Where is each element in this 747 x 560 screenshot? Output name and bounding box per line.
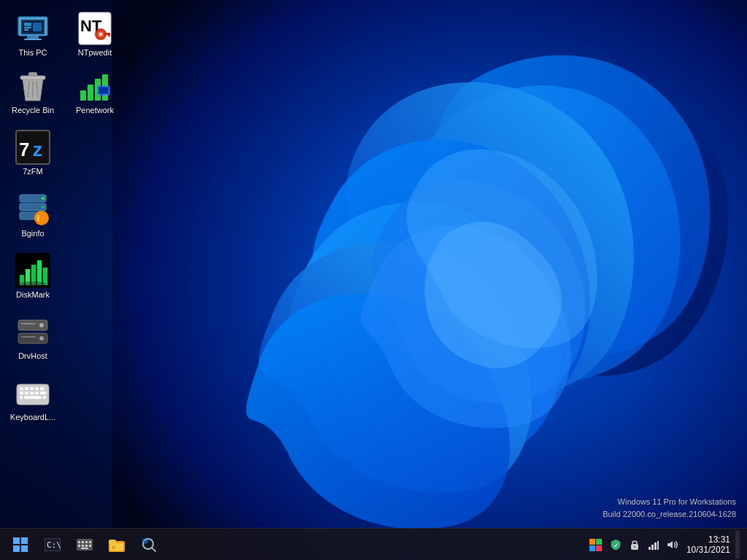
desktop-icon-ntpwedit[interactable]: NT NTpwedit: [66, 7, 124, 61]
svg-text:C:\>: C:\>: [47, 540, 61, 550]
svg-rect-8: [24, 29, 28, 31]
touch-keyboard-icon: [77, 539, 93, 551]
bginfo-icon: i: [15, 192, 50, 227]
keyboardl-icon-img: [15, 376, 50, 411]
tray-volume-icon[interactable]: [664, 534, 681, 556]
svg-text:i: i: [37, 214, 39, 222]
svg-line-91: [152, 548, 155, 551]
desktop-icons: This PC NT NTp: [4, 7, 124, 426]
svg-point-94: [633, 545, 635, 548]
svg-point-48: [20, 281, 46, 286]
recycle-bin-icon-img: [15, 69, 50, 104]
svg-rect-98: [657, 541, 659, 550]
svg-text:7: 7: [19, 139, 29, 160]
windows-logo-icon: [12, 537, 28, 553]
svg-rect-59: [35, 387, 39, 390]
diskmark-label: DiskMark: [16, 290, 50, 300]
svg-rect-28: [99, 88, 108, 93]
svg-rect-24: [88, 85, 93, 101]
file-explorer-icon: ≡: [109, 537, 125, 552]
svg-rect-9: [33, 23, 42, 31]
keyboardl-label: KeyboardL...: [10, 413, 55, 422]
lock-icon: [630, 539, 640, 551]
svg-rect-54: [21, 336, 36, 338]
svg-rect-80: [78, 545, 80, 547]
shield-icon: ✓: [610, 539, 622, 551]
svg-rect-82: [85, 545, 88, 547]
recycle-bin-icon: [15, 69, 50, 104]
tray-notification-button[interactable]: [735, 531, 740, 559]
network-icon: [648, 539, 659, 551]
svg-rect-61: [20, 392, 23, 394]
start-button[interactable]: [6, 531, 35, 559]
clock-area[interactable]: 13:31 10/31/2021: [683, 534, 734, 555]
svg-rect-7: [24, 27, 31, 28]
svg-rect-71: [13, 545, 20, 552]
svg-rect-23: [80, 90, 86, 101]
svg-rect-69: [13, 537, 20, 544]
svg-rect-4: [24, 39, 42, 40]
svg-rect-56: [20, 387, 23, 390]
drvhost-icon: [15, 314, 50, 349]
desktop-icon-diskmark[interactable]: DiskMark: [4, 249, 62, 303]
7zfm-label: 7zFM: [23, 167, 43, 176]
desktop-icon-7zfm[interactable]: 7 z 7zFM: [4, 126, 62, 180]
svg-rect-14: [108, 33, 110, 36]
svg-rect-81: [82, 545, 84, 547]
svg-point-53: [39, 336, 44, 341]
svg-point-37: [42, 197, 44, 200]
penetwork-icon: [77, 69, 112, 104]
clock-date: 10/31/2021: [686, 545, 730, 555]
svg-rect-78: [85, 541, 88, 543]
desktop-icon-keyboardl[interactable]: KeyboardL...: [4, 372, 62, 426]
svg-text:✓: ✓: [614, 542, 619, 549]
svg-rect-58: [30, 387, 34, 390]
svg-rect-83: [89, 545, 91, 547]
desktop-icon-recycle-bin[interactable]: Recycle Bin: [4, 65, 62, 119]
svg-rect-57: [25, 387, 28, 390]
desktop-icon-penetwork[interactable]: Penetwork: [66, 65, 124, 119]
os-info-line2: Build 22000.co_release.210604-1628: [603, 508, 736, 521]
svg-rect-51: [21, 323, 36, 324]
diskmark-icon: [15, 253, 50, 288]
svg-rect-90: [142, 538, 148, 544]
desktop-icon-bginfo[interactable]: i Bginfo: [4, 188, 62, 242]
svg-rect-96: [651, 545, 654, 550]
os-info-line1: Windows 11 Pro for Workstations: [603, 496, 736, 508]
wallpaper: [112, 0, 747, 560]
desktop-icon-this-pc[interactable]: This PC: [4, 7, 62, 61]
svg-marker-99: [667, 541, 673, 548]
7zfm-icon-img: 7 z: [15, 130, 50, 165]
ntpwedit-icon: NT: [77, 11, 112, 46]
svg-point-50: [39, 323, 44, 327]
taskbar: C:\>: [0, 528, 747, 560]
svg-rect-3: [27, 36, 39, 39]
touch-keyboard-button[interactable]: [70, 531, 99, 559]
svg-rect-95: [649, 547, 651, 550]
tray-network-icon[interactable]: [645, 534, 662, 556]
file-explorer-button[interactable]: ≡: [102, 531, 131, 559]
svg-text:≡: ≡: [112, 544, 115, 551]
svg-rect-19: [28, 72, 37, 77]
desktop-icon-drvhost[interactable]: DrvHost: [4, 311, 62, 365]
svg-rect-64: [35, 392, 39, 394]
bginfo-icon-img: i: [15, 192, 50, 227]
terminal-icon: C:\>: [44, 538, 61, 551]
desktop: This PC NT NTp: [0, 0, 747, 560]
clock-time: 13:31: [708, 534, 730, 545]
this-pc-icon-img: [15, 11, 50, 46]
tray-security-icon[interactable]: ✓: [607, 534, 624, 556]
svg-rect-67: [20, 396, 23, 399]
terminal-button[interactable]: C:\>: [38, 531, 67, 559]
search-button[interactable]: [134, 531, 163, 559]
svg-point-40: [34, 211, 49, 225]
ntpwedit-label: NTpwedit: [78, 48, 112, 58]
penetwork-label: Penetwork: [76, 106, 114, 115]
tray-color-squares[interactable]: [588, 534, 605, 556]
bginfo-label: Bginfo: [21, 229, 44, 238]
penetwork-icon-img: [77, 69, 112, 104]
tray-lock-icon[interactable]: [626, 534, 643, 556]
search-icon: [141, 537, 157, 553]
svg-rect-79: [89, 541, 91, 543]
svg-rect-86: [109, 540, 116, 543]
